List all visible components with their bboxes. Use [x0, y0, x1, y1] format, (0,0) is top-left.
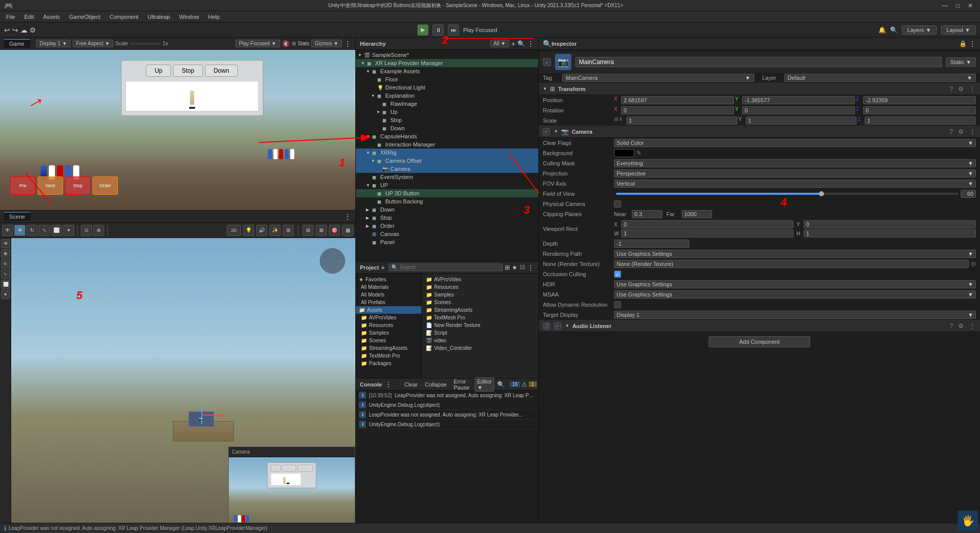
scene-left-extra[interactable]: ✦: [1, 290, 10, 299]
project-resources[interactable]: 📁 Resources: [356, 321, 421, 329]
global-local-btn[interactable]: ⊕: [93, 225, 104, 236]
project-item-streaming[interactable]: 📁 StreamingAssets: [424, 306, 536, 314]
search-btn[interactable]: 🔍: [890, 26, 898, 34]
project-item-textmeshpro[interactable]: 📁 TextMesh Pro: [424, 314, 536, 321]
depth-field[interactable]: [614, 240, 689, 248]
fovaxis-dropdown[interactable]: Vertical ▼: [614, 180, 976, 188]
hier-item-stop[interactable]: ▶ ◼ Stop: [356, 214, 538, 222]
clearflags-dropdown[interactable]: Solid Color ▼: [614, 139, 976, 147]
stop-btn[interactable]: Stop: [173, 65, 203, 77]
camera-gear-btn[interactable]: ⚙: [958, 128, 964, 135]
console-collapse-btn[interactable]: Collapse: [423, 381, 449, 388]
scene-left-rect[interactable]: ⬜: [1, 280, 10, 289]
menu-help[interactable]: Help: [204, 13, 224, 21]
scale-tool-btn[interactable]: ⤡: [39, 225, 50, 236]
hier-item-up-expl[interactable]: ▼ ◼ Up: [356, 108, 538, 116]
scale-y-field[interactable]: [746, 116, 857, 125]
rect-tool-btn[interactable]: ⬜: [51, 225, 62, 236]
hierarchy-options-btn[interactable]: ⋮: [527, 40, 534, 48]
rotate-tool-btn[interactable]: ↻: [26, 225, 38, 236]
hdr-dropdown[interactable]: Use Graphics Settings ▼: [614, 280, 976, 288]
inspector-lock-btn[interactable]: 🔒: [959, 40, 967, 47]
project-fav-models[interactable]: All Models: [356, 291, 421, 299]
inspector-options-btn[interactable]: ⋮: [969, 40, 976, 48]
hier-item-camera[interactable]: 📷 Camera: [356, 165, 538, 173]
hier-item-up3dbtn[interactable]: ◼ UP 3D Button: [356, 189, 538, 197]
projection-dropdown[interactable]: Perspective ▼: [614, 169, 976, 177]
overlay-btn[interactable]: ▦: [342, 225, 353, 236]
hidden-btn[interactable]: ⊞: [283, 225, 294, 236]
build-settings-btn[interactable]: ⚙: [29, 26, 36, 34]
scene-left-view[interactable]: 👁: [1, 239, 10, 248]
pause-button[interactable]: ⏸: [433, 24, 444, 36]
game-options-btn[interactable]: ⋮: [344, 40, 351, 48]
gizmos-btn[interactable]: Gizmos ▼: [311, 40, 342, 47]
settings-btn[interactable]: ☁: [20, 26, 27, 34]
project-item-video-controller[interactable]: 📝 Video_Controller: [424, 344, 536, 352]
targettexture-dropdown[interactable]: None (Render Texture): [614, 260, 969, 268]
layout-dropdown[interactable]: Layout ▼: [941, 25, 976, 35]
hier-item-down-expl[interactable]: ◼ Down: [356, 124, 538, 132]
scene-options-btn[interactable]: ⋮: [344, 213, 351, 221]
fov-slider[interactable]: [616, 193, 959, 195]
tag-dropdown[interactable]: MainCamera ▼: [562, 74, 754, 82]
collab-btn[interactable]: 🔔: [878, 26, 886, 34]
view-tool-btn[interactable]: 👁: [2, 225, 13, 236]
gizmos-scene-btn[interactable]: 🎯: [329, 225, 340, 236]
transform-help-btn[interactable]: ?: [950, 85, 953, 93]
hier-item-canvas[interactable]: ⊞ Canvas: [356, 230, 538, 238]
scene-left-rot[interactable]: ↻: [1, 259, 10, 269]
hier-item-buttonbacking[interactable]: ◼ Button Backing: [356, 197, 538, 205]
console-clear-btn[interactable]: Clear: [402, 381, 419, 388]
hier-item-stop-expl[interactable]: ◼ Stop: [356, 116, 538, 124]
viewport-h-field[interactable]: [804, 229, 976, 238]
vsync-btn[interactable]: ⊞: [292, 41, 296, 46]
project-textmesh[interactable]: 📁 TextMesh Pro: [356, 352, 421, 360]
obj-name-field[interactable]: [575, 57, 942, 67]
scene-content[interactable]: ↑ → 📷: [0, 238, 355, 533]
hier-item-exampleassets[interactable]: ▼ ◼ Example Assets: [356, 67, 538, 75]
project-options-btn[interactable]: ⋮: [527, 263, 534, 272]
scene-left-move[interactable]: ✥: [1, 249, 10, 258]
project-fav-prefabs[interactable]: All Prefabs: [356, 299, 421, 306]
hier-item-down[interactable]: ▶ ◼ Down: [356, 205, 538, 214]
add-component-btn[interactable]: Add Component: [709, 336, 810, 347]
console-msg-4[interactable]: ℹ UnityEngine.Debug.Log(object): [356, 420, 538, 429]
scale-x-field[interactable]: [626, 116, 738, 125]
redo-btn[interactable]: ↪: [12, 26, 18, 34]
hierarchy-add-btn[interactable]: +: [511, 40, 515, 48]
rotation-z-field[interactable]: [863, 106, 976, 114]
console-errorpause-btn[interactable]: Error Pause: [452, 378, 472, 391]
transform-tool-btn[interactable]: ✦: [63, 225, 74, 236]
hierarchy-all-btn[interactable]: All ▼: [490, 40, 509, 47]
project-item-video[interactable]: 🎬 video: [424, 337, 536, 344]
minimize-btn[interactable]: —: [939, 2, 951, 9]
project-item-avpro[interactable]: 📁 AVProVideo: [424, 276, 536, 283]
project-fav-materials[interactable]: All Materials: [356, 283, 421, 291]
audio-btn[interactable]: 🔊: [256, 225, 267, 236]
project-add-btn[interactable]: +: [381, 263, 385, 272]
aspect-dropdown[interactable]: Free Aspect ▼: [73, 40, 113, 47]
grid-btn[interactable]: ⊞: [302, 225, 314, 236]
background-color[interactable]: [614, 149, 634, 157]
hier-item-samplescene[interactable]: ▼ 🎬 SampleScene*: [356, 51, 538, 59]
clipping-near-field[interactable]: [632, 210, 662, 218]
occlusion-checkbox[interactable]: ✓: [614, 271, 621, 278]
hier-item-up[interactable]: ▼ ◼ UP: [356, 181, 538, 189]
project-fav-btn[interactable]: ★: [512, 264, 517, 271]
camera-section-header[interactable]: ✓ ▼ 📷 Camera ? ⚙ ⋮: [539, 126, 980, 138]
clipping-far-field[interactable]: [682, 210, 712, 218]
maximize-btn[interactable]: □: [953, 2, 963, 9]
audio-gear-btn[interactable]: ⚙: [958, 322, 964, 330]
project-item-newrendertex[interactable]: 📄 New Render Texture: [424, 321, 536, 329]
rotation-x-field[interactable]: [621, 106, 734, 114]
camera-menu-btn[interactable]: ⋮: [969, 128, 976, 136]
console-editor-dropdown[interactable]: Editor ▼: [475, 377, 495, 392]
project-avpro[interactable]: 📁 AVProVideo: [356, 314, 421, 321]
scene-tab[interactable]: Scene: [4, 212, 30, 221]
step-button[interactable]: ⏭: [448, 24, 459, 36]
project-samples[interactable]: 📁 Samples: [356, 329, 421, 337]
audio-active-check[interactable]: 🎵: [543, 322, 550, 330]
position-y-field[interactable]: [742, 96, 855, 104]
hierarchy-search-btn[interactable]: 🔍: [517, 40, 525, 47]
